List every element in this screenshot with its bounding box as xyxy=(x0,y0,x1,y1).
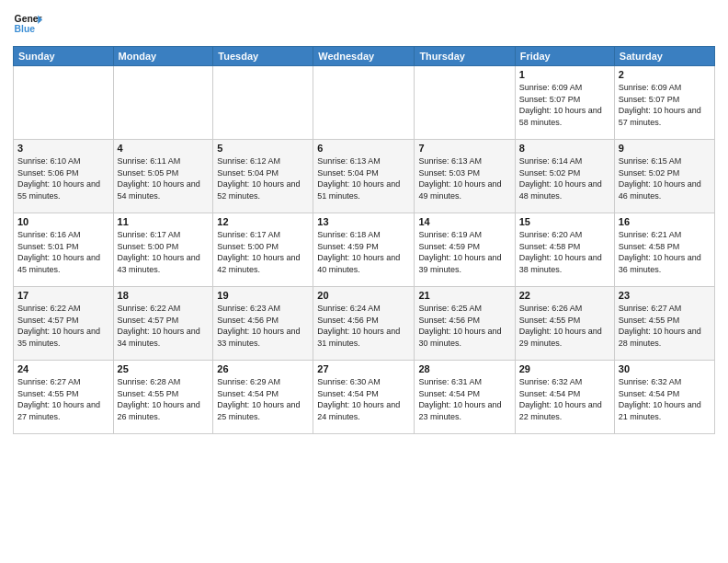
day-info: Sunrise: 6:23 AM Sunset: 4:56 PM Dayligh… xyxy=(217,303,309,349)
calendar-cell: 19Sunrise: 6:23 AM Sunset: 4:56 PM Dayli… xyxy=(213,287,313,361)
day-info: Sunrise: 6:27 AM Sunset: 4:55 PM Dayligh… xyxy=(17,376,109,422)
day-info: Sunrise: 6:14 AM Sunset: 5:02 PM Dayligh… xyxy=(519,155,610,201)
calendar-cell: 16Sunrise: 6:21 AM Sunset: 4:58 PM Dayli… xyxy=(614,213,714,287)
calendar-cell: 7Sunrise: 6:13 AM Sunset: 5:03 PM Daylig… xyxy=(415,140,515,213)
day-number: 24 xyxy=(17,363,109,374)
day-number: 7 xyxy=(418,143,510,154)
calendar-cell: 5Sunrise: 6:12 AM Sunset: 5:04 PM Daylig… xyxy=(213,140,313,213)
day-number: 14 xyxy=(418,216,510,227)
calendar-header-friday: Friday xyxy=(515,47,614,66)
calendar-cell: 27Sunrise: 6:30 AM Sunset: 4:54 PM Dayli… xyxy=(313,361,415,434)
day-number: 27 xyxy=(317,363,410,374)
calendar-table: SundayMondayTuesdayWednesdayThursdayFrid… xyxy=(13,46,715,434)
day-info: Sunrise: 6:30 AM Sunset: 4:54 PM Dayligh… xyxy=(317,376,410,422)
calendar-cell xyxy=(313,66,415,140)
day-number: 12 xyxy=(217,216,309,227)
day-number: 17 xyxy=(17,290,109,301)
calendar-cell: 10Sunrise: 6:16 AM Sunset: 5:01 PM Dayli… xyxy=(14,213,114,287)
calendar-week-5: 24Sunrise: 6:27 AM Sunset: 4:55 PM Dayli… xyxy=(14,361,715,434)
calendar-cell xyxy=(213,66,313,140)
day-number: 29 xyxy=(519,363,610,374)
calendar-week-4: 17Sunrise: 6:22 AM Sunset: 4:57 PM Dayli… xyxy=(14,287,715,361)
calendar-cell xyxy=(415,66,515,140)
day-number: 15 xyxy=(519,216,610,227)
day-info: Sunrise: 6:17 AM Sunset: 5:00 PM Dayligh… xyxy=(217,229,309,275)
day-number: 8 xyxy=(519,143,610,154)
day-info: Sunrise: 6:10 AM Sunset: 5:06 PM Dayligh… xyxy=(17,155,109,201)
day-info: Sunrise: 6:17 AM Sunset: 5:00 PM Dayligh… xyxy=(118,229,210,275)
day-number: 30 xyxy=(619,363,711,374)
calendar-cell: 15Sunrise: 6:20 AM Sunset: 4:58 PM Dayli… xyxy=(515,213,614,287)
day-info: Sunrise: 6:12 AM Sunset: 5:04 PM Dayligh… xyxy=(217,155,309,201)
calendar-header-sunday: Sunday xyxy=(14,47,114,66)
day-number: 10 xyxy=(17,216,109,227)
logo: General Blue xyxy=(13,9,42,39)
calendar-header-row: SundayMondayTuesdayWednesdayThursdayFrid… xyxy=(14,47,715,66)
day-number: 9 xyxy=(619,143,711,154)
day-number: 20 xyxy=(317,290,410,301)
calendar-cell: 11Sunrise: 6:17 AM Sunset: 5:00 PM Dayli… xyxy=(113,213,213,287)
day-number: 11 xyxy=(118,216,210,227)
svg-text:Blue: Blue xyxy=(15,24,36,34)
calendar-cell: 26Sunrise: 6:29 AM Sunset: 4:54 PM Dayli… xyxy=(213,361,313,434)
day-info: Sunrise: 6:13 AM Sunset: 5:04 PM Dayligh… xyxy=(317,155,410,201)
day-number: 28 xyxy=(418,363,510,374)
day-number: 6 xyxy=(317,143,410,154)
day-info: Sunrise: 6:09 AM Sunset: 5:07 PM Dayligh… xyxy=(519,82,610,128)
day-info: Sunrise: 6:25 AM Sunset: 4:56 PM Dayligh… xyxy=(418,303,510,349)
calendar-cell: 6Sunrise: 6:13 AM Sunset: 5:04 PM Daylig… xyxy=(313,140,415,213)
calendar-cell: 3Sunrise: 6:10 AM Sunset: 5:06 PM Daylig… xyxy=(14,140,114,213)
calendar-cell: 21Sunrise: 6:25 AM Sunset: 4:56 PM Dayli… xyxy=(415,287,515,361)
day-number: 21 xyxy=(418,290,510,301)
day-info: Sunrise: 6:22 AM Sunset: 4:57 PM Dayligh… xyxy=(17,303,109,349)
calendar-cell: 17Sunrise: 6:22 AM Sunset: 4:57 PM Dayli… xyxy=(14,287,114,361)
day-number: 5 xyxy=(217,143,309,154)
day-info: Sunrise: 6:18 AM Sunset: 4:59 PM Dayligh… xyxy=(317,229,410,275)
calendar-cell: 8Sunrise: 6:14 AM Sunset: 5:02 PM Daylig… xyxy=(515,140,614,213)
day-info: Sunrise: 6:22 AM Sunset: 4:57 PM Dayligh… xyxy=(118,303,210,349)
day-info: Sunrise: 6:15 AM Sunset: 5:02 PM Dayligh… xyxy=(619,155,711,201)
day-number: 22 xyxy=(519,290,610,301)
calendar-cell: 30Sunrise: 6:32 AM Sunset: 4:54 PM Dayli… xyxy=(614,361,714,434)
day-info: Sunrise: 6:28 AM Sunset: 4:55 PM Dayligh… xyxy=(118,376,210,422)
calendar-header-monday: Monday xyxy=(113,47,213,66)
day-number: 3 xyxy=(17,143,109,154)
header: General Blue xyxy=(13,9,715,39)
day-info: Sunrise: 6:29 AM Sunset: 4:54 PM Dayligh… xyxy=(217,376,309,422)
day-info: Sunrise: 6:31 AM Sunset: 4:54 PM Dayligh… xyxy=(418,376,510,422)
calendar-cell: 23Sunrise: 6:27 AM Sunset: 4:55 PM Dayli… xyxy=(614,287,714,361)
calendar-cell: 4Sunrise: 6:11 AM Sunset: 5:05 PM Daylig… xyxy=(113,140,213,213)
logo-icon: General Blue xyxy=(13,9,42,39)
calendar-cell: 1Sunrise: 6:09 AM Sunset: 5:07 PM Daylig… xyxy=(515,66,614,140)
day-number: 26 xyxy=(217,363,309,374)
calendar-cell: 18Sunrise: 6:22 AM Sunset: 4:57 PM Dayli… xyxy=(113,287,213,361)
calendar-cell: 28Sunrise: 6:31 AM Sunset: 4:54 PM Dayli… xyxy=(415,361,515,434)
day-number: 16 xyxy=(619,216,711,227)
day-number: 2 xyxy=(619,69,711,80)
calendar-header-thursday: Thursday xyxy=(415,47,515,66)
day-number: 13 xyxy=(317,216,410,227)
calendar-cell: 29Sunrise: 6:32 AM Sunset: 4:54 PM Dayli… xyxy=(515,361,614,434)
calendar-cell: 13Sunrise: 6:18 AM Sunset: 4:59 PM Dayli… xyxy=(313,213,415,287)
calendar-cell: 12Sunrise: 6:17 AM Sunset: 5:00 PM Dayli… xyxy=(213,213,313,287)
calendar-header-tuesday: Tuesday xyxy=(213,47,313,66)
calendar-cell: 2Sunrise: 6:09 AM Sunset: 5:07 PM Daylig… xyxy=(614,66,714,140)
day-number: 1 xyxy=(519,69,610,80)
calendar-header-saturday: Saturday xyxy=(614,47,714,66)
day-number: 19 xyxy=(217,290,309,301)
day-info: Sunrise: 6:27 AM Sunset: 4:55 PM Dayligh… xyxy=(619,303,711,349)
calendar-week-3: 10Sunrise: 6:16 AM Sunset: 5:01 PM Dayli… xyxy=(14,213,715,287)
calendar-cell: 25Sunrise: 6:28 AM Sunset: 4:55 PM Dayli… xyxy=(113,361,213,434)
calendar-header-wednesday: Wednesday xyxy=(313,47,415,66)
calendar-week-1: 1Sunrise: 6:09 AM Sunset: 5:07 PM Daylig… xyxy=(14,66,715,140)
calendar-cell: 24Sunrise: 6:27 AM Sunset: 4:55 PM Dayli… xyxy=(14,361,114,434)
day-info: Sunrise: 6:32 AM Sunset: 4:54 PM Dayligh… xyxy=(619,376,711,422)
calendar-cell: 20Sunrise: 6:24 AM Sunset: 4:56 PM Dayli… xyxy=(313,287,415,361)
day-info: Sunrise: 6:26 AM Sunset: 4:55 PM Dayligh… xyxy=(519,303,610,349)
day-number: 18 xyxy=(118,290,210,301)
day-info: Sunrise: 6:20 AM Sunset: 4:58 PM Dayligh… xyxy=(519,229,610,275)
day-info: Sunrise: 6:32 AM Sunset: 4:54 PM Dayligh… xyxy=(519,376,610,422)
day-info: Sunrise: 6:21 AM Sunset: 4:58 PM Dayligh… xyxy=(619,229,711,275)
day-info: Sunrise: 6:24 AM Sunset: 4:56 PM Dayligh… xyxy=(317,303,410,349)
day-number: 23 xyxy=(619,290,711,301)
